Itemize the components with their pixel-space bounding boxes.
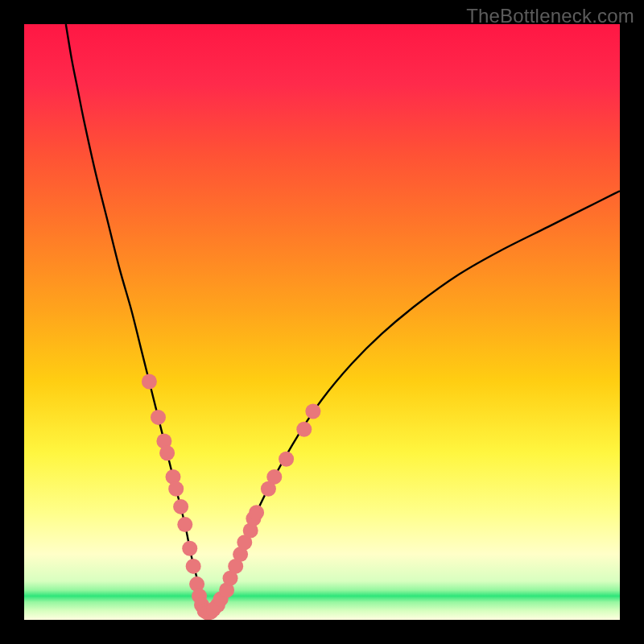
highlight-dot bbox=[182, 541, 197, 556]
highlight-dot bbox=[142, 374, 157, 390]
highlight-dot bbox=[168, 481, 184, 497]
highlight-dots bbox=[142, 374, 321, 621]
highlight-dot bbox=[279, 452, 294, 467]
chart-frame: TheBottleneck.com bbox=[0, 0, 644, 644]
bottleneck-curve bbox=[66, 24, 620, 614]
curve-layer bbox=[24, 24, 620, 620]
highlight-dot bbox=[151, 410, 166, 425]
highlight-dot bbox=[173, 499, 188, 514]
highlight-dot bbox=[266, 469, 282, 485]
plot-area bbox=[24, 24, 620, 620]
highlight-dot bbox=[177, 517, 192, 532]
watermark-text: TheBottleneck.com bbox=[466, 5, 634, 27]
highlight-dot bbox=[186, 559, 201, 574]
highlight-dot bbox=[159, 445, 175, 460]
highlight-dot bbox=[296, 422, 312, 437]
highlight-dot bbox=[249, 505, 264, 520]
highlight-dot bbox=[305, 404, 320, 419]
